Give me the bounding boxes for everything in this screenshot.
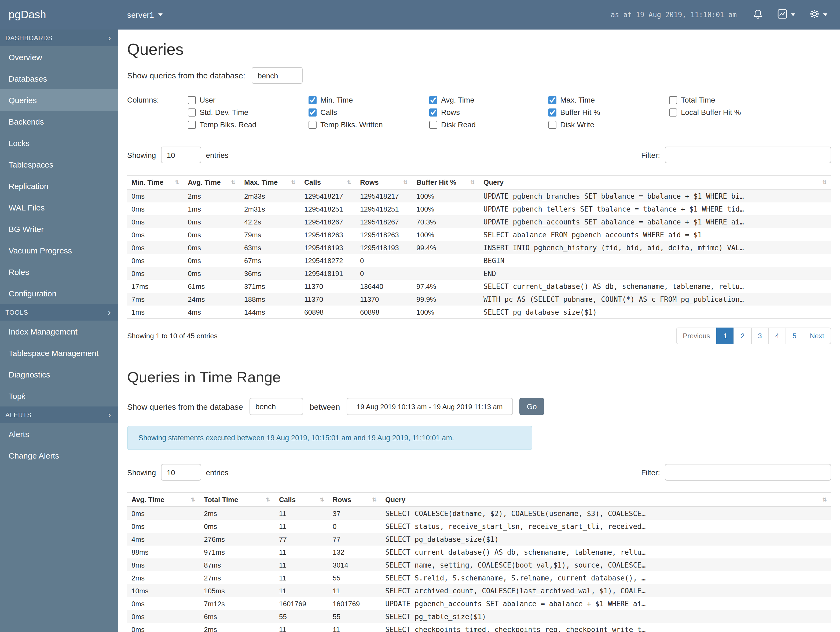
column-toggle-buffer-hit[interactable]: Buffer Hit % bbox=[548, 108, 669, 117]
pagination-page-1[interactable]: 1 bbox=[716, 328, 734, 344]
sidebar-item-backends[interactable]: Backends bbox=[0, 111, 118, 132]
checkbox-disk-read[interactable] bbox=[429, 120, 437, 128]
column-header-calls[interactable]: Calls⇅ bbox=[275, 493, 328, 507]
column-toggle-total-time[interactable]: Total Time bbox=[669, 95, 715, 104]
query-link[interactable]: SELECT pg_database_size($1) bbox=[381, 533, 831, 546]
entries-input[interactable] bbox=[161, 147, 201, 163]
column-toggle-rows[interactable]: Rows bbox=[429, 108, 548, 117]
column-header-query[interactable]: Query⇅ bbox=[479, 175, 831, 189]
sidebar-item-replication[interactable]: Replication bbox=[0, 175, 118, 196]
pagination-next[interactable]: Next bbox=[803, 328, 831, 344]
tr-database-input[interactable] bbox=[249, 398, 303, 415]
filter-input[interactable] bbox=[665, 147, 831, 163]
column-toggle-temp-blks-read[interactable]: Temp Blks. Read bbox=[188, 120, 308, 129]
column-header-rows[interactable]: Rows⇅ bbox=[328, 493, 381, 507]
pgdash-logo[interactable]: pgDash bbox=[0, 9, 118, 21]
checkbox-max-time[interactable] bbox=[548, 96, 556, 104]
sidebar-section-alerts[interactable]: ALERTS› bbox=[0, 407, 118, 423]
column-header-buffer-hit[interactable]: Buffer Hit %⇅ bbox=[412, 175, 479, 189]
column-header-rows[interactable]: Rows⇅ bbox=[356, 175, 412, 189]
settings-menu-button[interactable] bbox=[809, 8, 827, 21]
checkbox-user[interactable] bbox=[188, 96, 196, 104]
query-link[interactable]: SELECT pg_table_size($1) bbox=[381, 610, 831, 623]
query-link[interactable]: SELECT COALESCE(datname, $2), COALESCE(u… bbox=[381, 507, 831, 520]
sidebar-item-wal-files[interactable]: WAL Files bbox=[0, 196, 118, 218]
column-header-min-time[interactable]: Min. Time⇅ bbox=[127, 175, 183, 189]
query-link[interactable]: SELECT pg_database_size($1) bbox=[479, 306, 831, 319]
checkbox-calls[interactable] bbox=[308, 108, 317, 116]
query-link[interactable]: END bbox=[479, 267, 831, 280]
column-toggle-calls[interactable]: Calls bbox=[308, 108, 429, 117]
column-toggle-std-dev-time[interactable]: Std. Dev. Time bbox=[188, 108, 308, 117]
entries-input[interactable] bbox=[161, 464, 201, 481]
sidebar-item-locks[interactable]: Locks bbox=[0, 132, 118, 154]
query-link[interactable]: SELECT name, setting, COALESCE(boot_val,… bbox=[381, 558, 831, 571]
checkbox-std-dev-time[interactable] bbox=[188, 108, 196, 116]
column-toggle-local-buffer-hit[interactable]: Local Buffer Hit % bbox=[669, 108, 741, 117]
column-header-max-time[interactable]: Max. Time⇅ bbox=[240, 175, 300, 189]
column-header-avg-time[interactable]: Avg. Time⇅ bbox=[127, 493, 200, 507]
query-link[interactable]: UPDATE pgbench_tellers SET tbalance = tb… bbox=[479, 203, 831, 215]
checkbox-total-time[interactable] bbox=[669, 96, 677, 104]
sidebar-item-diagnostics[interactable]: Diagnostics bbox=[0, 364, 118, 385]
query-link[interactable]: SELECT current_database() AS db, scheman… bbox=[479, 280, 831, 293]
query-link[interactable]: SELECT checkpoints_timed, checkpoints_re… bbox=[381, 623, 831, 632]
pagination-page-5[interactable]: 5 bbox=[786, 328, 803, 344]
sidebar-item-roles[interactable]: Roles bbox=[0, 261, 118, 282]
sidebar-item-overview[interactable]: Overview bbox=[0, 46, 118, 68]
checkbox-temp-blks-written[interactable] bbox=[308, 120, 317, 128]
query-link[interactable]: INSERT INTO pgbench_history (tid, bid, a… bbox=[479, 241, 831, 254]
sidebar-item-tablespaces[interactable]: Tablespaces bbox=[0, 154, 118, 175]
query-link[interactable]: WITH pc AS (SELECT pubname, COUNT(*) AS … bbox=[479, 293, 831, 306]
sidebar-item-change-alerts[interactable]: Change Alerts bbox=[0, 445, 118, 466]
checkbox-disk-write[interactable] bbox=[548, 120, 556, 128]
column-toggle-min-time[interactable]: Min. Time bbox=[308, 95, 429, 104]
checkbox-min-time[interactable] bbox=[308, 96, 317, 104]
column-header-calls[interactable]: Calls⇅ bbox=[300, 175, 356, 189]
time-range-input[interactable] bbox=[346, 398, 513, 415]
query-link[interactable]: SELECT S.relid, S.schemaname, S.relname,… bbox=[381, 571, 831, 584]
database-input[interactable] bbox=[252, 67, 303, 84]
go-button[interactable]: Go bbox=[519, 398, 544, 415]
checkbox-avg-time[interactable] bbox=[429, 96, 437, 104]
sidebar-item-index-management[interactable]: Index Management bbox=[0, 321, 118, 342]
pagination-page-2[interactable]: 2 bbox=[734, 328, 752, 344]
column-toggle-avg-time[interactable]: Avg. Time bbox=[429, 95, 548, 104]
sidebar-item-configuration[interactable]: Configuration bbox=[0, 282, 118, 304]
checkbox-buffer-hit[interactable] bbox=[548, 108, 556, 116]
checkbox-temp-blks-read[interactable] bbox=[188, 120, 196, 128]
column-toggle-disk-read[interactable]: Disk Read bbox=[429, 120, 548, 129]
column-toggle-temp-blks-written[interactable]: Temp Blks. Written bbox=[308, 120, 429, 129]
query-link[interactable]: BEGIN bbox=[479, 254, 831, 267]
charts-menu-button[interactable] bbox=[777, 8, 795, 21]
query-link[interactable]: UPDATE pgbench_accounts SET abalance = a… bbox=[381, 597, 831, 610]
checkbox-rows[interactable] bbox=[429, 108, 437, 116]
sidebar-item-bg-writer[interactable]: BG Writer bbox=[0, 218, 118, 239]
checkbox-local-buffer-hit[interactable] bbox=[669, 108, 677, 116]
sidebar-item-tablespace-management[interactable]: Tablespace Management bbox=[0, 342, 118, 364]
sidebar-section-tools[interactable]: TOOLS› bbox=[0, 304, 118, 321]
filter-input[interactable] bbox=[665, 464, 831, 481]
column-toggle-disk-write[interactable]: Disk Write bbox=[548, 120, 669, 129]
pagination-previous[interactable]: Previous bbox=[676, 328, 717, 344]
notifications-button[interactable] bbox=[753, 8, 763, 21]
query-link[interactable]: UPDATE pgbench_accounts SET abalance = a… bbox=[479, 215, 831, 228]
query-link[interactable]: UPDATE pgbench_branches SET bbalance = b… bbox=[479, 189, 831, 203]
sidebar-item-databases[interactable]: Databases bbox=[0, 68, 118, 89]
query-link[interactable]: SELECT current_database() AS db, scheman… bbox=[381, 546, 831, 558]
sidebar-section-dashboards[interactable]: DASHBOARDS› bbox=[0, 30, 118, 46]
pagination-page-3[interactable]: 3 bbox=[751, 328, 769, 344]
server-selector[interactable]: server1 bbox=[127, 10, 163, 19]
column-toggle-user[interactable]: User bbox=[188, 95, 308, 104]
sidebar-item-top[interactable]: Top k bbox=[0, 385, 118, 407]
column-header-total-time[interactable]: Total Time⇅ bbox=[200, 493, 275, 507]
query-link[interactable]: SELECT abalance FROM pgbench_accounts WH… bbox=[479, 228, 831, 241]
query-link[interactable]: SELECT archived_count, COALESCE(last_arc… bbox=[381, 584, 831, 597]
column-toggle-max-time[interactable]: Max. Time bbox=[548, 95, 669, 104]
sidebar-item-queries[interactable]: Queries bbox=[0, 89, 118, 111]
sidebar-item-vacuum-progress[interactable]: Vacuum Progress bbox=[0, 239, 118, 261]
query-link[interactable]: SELECT status, receive_start_lsn, receiv… bbox=[381, 520, 831, 533]
column-header-query[interactable]: Query⇅ bbox=[381, 493, 831, 507]
pagination-page-4[interactable]: 4 bbox=[768, 328, 786, 344]
sidebar-item-alerts[interactable]: Alerts bbox=[0, 423, 118, 445]
